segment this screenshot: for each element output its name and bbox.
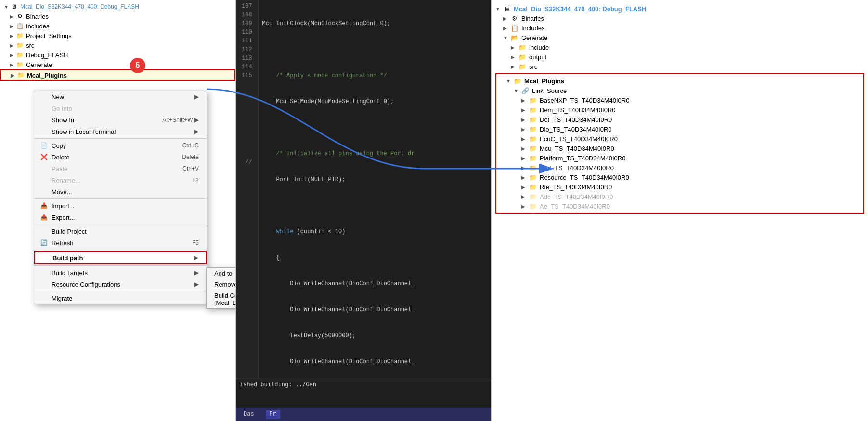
r-mcal-plugins-label: Mcal_Plugins: [524, 78, 564, 85]
resource-icon: [40, 280, 48, 288]
step-badge: 5: [130, 58, 145, 73]
r-adc-label: Adc_TS_T40D34M40I0R0: [540, 193, 613, 200]
ctx-refresh[interactable]: 🔄 Refresh F5: [34, 237, 207, 249]
tree-binaries[interactable]: ▶ ⚙ Binaries: [0, 12, 235, 21]
tree-generate[interactable]: ▶ 📁 Generate: [0, 60, 235, 69]
copy-icon: 📄: [40, 142, 48, 149]
code-content: Mcu_InitClock(McuClockSettingConf_0); /*…: [259, 0, 491, 421]
right-tree: ▼ 🖥 Mcal_Dio_S32K344_470_400: Debug_FLAS…: [492, 0, 868, 220]
arrow-icon: ▶: [521, 136, 528, 142]
arrow-icon: ▶: [521, 165, 528, 171]
ctx-build-targets[interactable]: Build Targets ▶: [34, 267, 207, 278]
link-source-icon: 🔗: [520, 87, 530, 94]
ctx-delete[interactable]: ❌ Delete Delete: [34, 151, 207, 163]
arrow-icon: ▶: [521, 184, 528, 190]
r-tree-platform[interactable]: ▶ 📁 Platform_TS_T40D34M40I0R0: [496, 153, 863, 163]
separator: [34, 291, 207, 291]
build-path-icon: [41, 254, 49, 262]
r-tree-rte[interactable]: ▶ 📁 Rte_TS_T40D34M40I0R0: [496, 182, 863, 192]
arrow-icon: ▶: [521, 98, 528, 103]
r-tree-basenxp[interactable]: ▶ 📁 BaseNXP_TS_T40D34M40I0R0: [496, 95, 863, 105]
arrow-icon: ▶: [10, 62, 15, 67]
r-src-label: src: [529, 63, 537, 70]
right-panel: ▼ 🖥 Mcal_Dio_S32K344_470_400: Debug_FLAS…: [491, 0, 868, 421]
r-tree-includes[interactable]: ▶ 📋 Includes: [493, 23, 866, 33]
r-tree-output[interactable]: ▶ 📁 output: [493, 52, 866, 62]
tree-mcal-plugins[interactable]: ▶ 📁 Mcal_Plugins: [0, 69, 235, 81]
folder-icon: 📁: [15, 41, 24, 49]
arrow-icon: ▶: [511, 54, 518, 60]
ctx-show-local-terminal[interactable]: Show in Local Terminal ▶: [34, 126, 207, 137]
ctx-move[interactable]: Move...: [34, 186, 207, 197]
generate-label: Generate: [26, 61, 52, 68]
arrow-icon: ▶: [503, 16, 510, 21]
folder-icon: 📁: [518, 63, 527, 70]
r-tree-root[interactable]: ▼ 🖥 Mcal_Dio_S32K344_470_400: Debug_FLAS…: [493, 4, 866, 13]
folder-link-icon: 📁: [528, 202, 538, 210]
r-tree-adc[interactable]: ▶ 📁 Adc_TS_T40D34M40I0R0: [496, 192, 863, 201]
r-tree-ae[interactable]: ▶ 📁 Ae_TS_T40D34M40I0R0: [496, 201, 863, 211]
folder-icon: 📁: [518, 53, 527, 61]
arrow-icon: ▶: [521, 156, 528, 161]
folder-link-icon: 📁: [513, 77, 522, 85]
r-port-label: Port_TS_T40D34M40I0R0: [540, 164, 614, 171]
project-icon: 🖥: [10, 3, 18, 11]
migrate-icon: [40, 294, 48, 302]
project-tree: ▼ 🖥 Mcal_Dio_S32K344_470_400: Debug_FLAS…: [0, 0, 235, 83]
arrow-icon: ▶: [511, 64, 518, 69]
ctx-import[interactable]: 📥 Import...: [34, 200, 207, 211]
arrow-icon: ▼: [503, 35, 510, 40]
r-tree-include[interactable]: ▶ 📁 include: [493, 42, 866, 52]
r-tree-link-source[interactable]: ▼ 🔗 Link_Source: [496, 86, 863, 95]
r-tree-resource[interactable]: ▶ 📁 Resource_TS_T40D34M40I0R0: [496, 172, 863, 182]
submenu-remove-from[interactable]: Remove from ▶: [207, 279, 236, 290]
r-tree-generate[interactable]: ▼ 📂 Generate: [493, 33, 866, 42]
r-tree-det[interactable]: ▶ 📁 Det_TS_T40D34M40I0R0: [496, 115, 863, 124]
ctx-resource-configs[interactable]: Resource Configurations ▶: [34, 278, 207, 290]
r-tree-ecuc[interactable]: ▶ 📁 EcuC_TS_T40D34M40I0R0: [496, 134, 863, 144]
r-tree-src[interactable]: ▶ 📁 src: [493, 62, 866, 71]
r-tree-mcal-plugins[interactable]: ▼ 📁 Mcal_Plugins: [496, 76, 863, 86]
console-text: ished building: ../Gen: [240, 381, 487, 388]
ctx-go-into: Go Into: [34, 103, 207, 114]
ctx-copy[interactable]: 📄 Copy Ctrl+C: [34, 140, 207, 151]
build-path-label: Build path: [52, 254, 83, 262]
refresh-icon: 🔄: [40, 239, 48, 247]
r-generate-label: Generate: [521, 34, 547, 41]
tree-includes[interactable]: ▶ 📋 Includes: [0, 21, 235, 31]
submenu-add-to[interactable]: Add to ▶: [207, 268, 236, 279]
r-tree-dem[interactable]: ▶ 📁 Dem_TS_T40D34M40I0R0: [496, 105, 863, 115]
tree-root[interactable]: ▼ 🖥 Mcal_Dio_S32K344_470_400: Debug_FLAS…: [0, 2, 235, 12]
tree-debug-flash[interactable]: ▶ 📁 Debug_FLASH: [0, 50, 235, 60]
r-tree-dio[interactable]: ▶ 📁 Dio_TS_T40D34M40I0R0: [496, 124, 863, 134]
arrow-icon: ▶: [521, 175, 528, 180]
ctx-build-project[interactable]: Build Project: [34, 225, 207, 237]
arrow-icon: ▼: [514, 88, 520, 93]
submenu-build-console[interactable]: Build Console [Mcal_Dio_S...: [207, 290, 236, 308]
tab-das[interactable]: Das: [240, 410, 258, 419]
arrow-icon: ▶: [521, 204, 528, 209]
terminal-icon: [40, 128, 48, 135]
r-tree-port[interactable]: ▶ 📁 Port_TS_T40D34M40I0R0: [496, 163, 863, 172]
ctx-migrate[interactable]: Migrate: [34, 292, 207, 304]
r-basenxp-label: BaseNXP_TS_T40D34M40I0R0: [540, 97, 629, 104]
folder-icon: 📁: [16, 71, 25, 79]
arrow-icon: ▶: [521, 146, 528, 151]
tree-project-settings[interactable]: ▶ 📁 Project_Settings: [0, 31, 235, 40]
folder-icon: 📁: [528, 125, 538, 133]
ctx-build-path[interactable]: Build path ▶: [34, 251, 207, 264]
r-tree-mcu[interactable]: ▶ 📁 Mcu_TS_T40D34M40I0R0: [496, 144, 863, 153]
project-settings-label: Project_Settings: [26, 32, 72, 39]
tree-src[interactable]: ▶ 📁 src: [0, 40, 235, 50]
r-root-label: Mcal_Dio_S32K344_470_400: Debug_FLASH: [514, 5, 646, 13]
ctx-new[interactable]: New ▶: [34, 91, 207, 103]
ctx-show-in[interactable]: Show In Alt+Shift+W ▶: [34, 114, 207, 126]
r-resource-label: Resource_TS_T40D34M40I0R0: [540, 174, 629, 181]
r-includes-label: Includes: [521, 25, 544, 32]
mcal-plugins-label: Mcal_Plugins: [27, 72, 67, 79]
tab-pr[interactable]: Pr: [266, 410, 280, 419]
r-tree-binaries[interactable]: ▶ ⚙ Binaries: [493, 13, 866, 23]
import-icon: 📥: [40, 202, 48, 210]
ctx-export[interactable]: 📤 Export...: [34, 211, 207, 223]
folder-icon: 📁: [528, 145, 538, 152]
